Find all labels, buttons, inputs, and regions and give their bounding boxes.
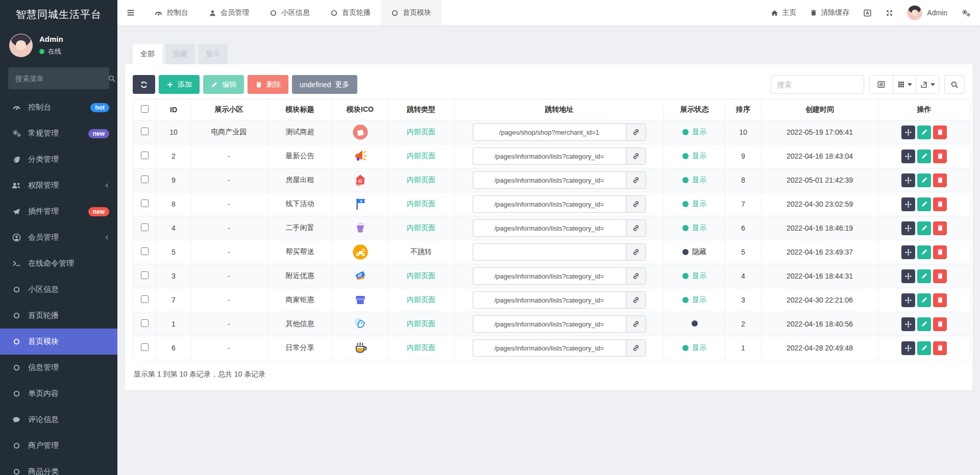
row-checkbox[interactable] (141, 223, 149, 231)
sidebar-item-13[interactable]: 商户管理 (0, 433, 117, 459)
row-delete-button[interactable] (933, 269, 947, 283)
row-delete-button[interactable] (933, 173, 947, 187)
url-input[interactable] (473, 267, 626, 285)
row-edit-button[interactable] (917, 173, 931, 187)
url-input[interactable] (473, 171, 626, 189)
link-button[interactable] (626, 267, 646, 285)
row-edit-button[interactable] (917, 341, 931, 355)
sidebar-item-2[interactable]: 分类管理 (0, 146, 117, 172)
navbar-username[interactable]: Admin (927, 9, 947, 17)
sidebar-item-0[interactable]: 控制台hot (0, 94, 117, 120)
link-button[interactable] (626, 219, 646, 237)
language-button[interactable] (863, 9, 872, 17)
row-delete-button[interactable] (933, 197, 947, 211)
row-checkbox[interactable] (141, 199, 149, 207)
sidebar-item-11[interactable]: 单页内容 (0, 381, 117, 407)
row-edit-button[interactable] (917, 126, 931, 139)
url-input[interactable] (473, 123, 626, 141)
row-checkbox[interactable] (141, 295, 149, 303)
sidebar-item-7[interactable]: 小区信息 (0, 277, 117, 303)
sidebar-search-input[interactable] (15, 74, 108, 83)
row-checkbox[interactable] (141, 128, 149, 135)
url-input[interactable] (473, 243, 626, 261)
drag-sort-button[interactable] (901, 317, 915, 331)
drag-sort-button[interactable] (901, 341, 915, 355)
row-checkbox[interactable] (141, 343, 149, 351)
menu-toggle-button[interactable] (117, 0, 144, 26)
row-edit-button[interactable] (917, 221, 931, 235)
drag-sort-button[interactable] (901, 269, 915, 283)
row-checkbox[interactable] (141, 271, 149, 279)
sidebar-item-8[interactable]: 首页轮播 (0, 303, 117, 329)
filter-tab-1[interactable]: 隐藏 (165, 44, 195, 64)
add-button[interactable]: 添加 (159, 75, 200, 94)
clear-cache-link[interactable]: 清除缓存 (810, 8, 849, 17)
drag-sort-button[interactable] (901, 126, 915, 139)
url-input[interactable] (473, 291, 626, 309)
sidebar-item-4[interactable]: 插件管理new (0, 198, 117, 224)
row-delete-button[interactable] (933, 341, 947, 355)
sidebar-item-10[interactable]: 信息管理 (0, 355, 117, 381)
drag-sort-button[interactable] (901, 245, 915, 259)
columns-button[interactable] (893, 76, 916, 93)
url-input[interactable] (473, 315, 626, 333)
table-search-input[interactable] (771, 75, 864, 94)
row-delete-button[interactable] (933, 317, 947, 331)
drag-sort-button[interactable] (901, 149, 915, 163)
drag-sort-button[interactable] (901, 221, 915, 235)
link-button[interactable] (626, 315, 646, 333)
select-all-checkbox[interactable] (141, 105, 149, 113)
url-input[interactable] (473, 195, 626, 213)
detail-view-button[interactable] (870, 76, 893, 93)
sidebar-item-6[interactable]: 在线命令管理 (0, 251, 117, 277)
delete-button[interactable]: 删除 (248, 75, 288, 94)
export-button[interactable] (916, 76, 939, 93)
sidebar-item-3[interactable]: 权限管理 (0, 172, 117, 198)
row-edit-button[interactable] (917, 317, 931, 331)
sidebar-item-1[interactable]: 常规管理new (0, 120, 117, 146)
drag-sort-button[interactable] (901, 173, 915, 187)
row-checkbox[interactable] (141, 247, 149, 255)
sidebar-item-14[interactable]: 商品分类 (0, 459, 117, 475)
row-edit-button[interactable] (917, 245, 931, 259)
settings-button[interactable] (961, 9, 971, 17)
row-delete-button[interactable] (933, 126, 947, 139)
row-checkbox[interactable] (141, 319, 149, 327)
home-link[interactable]: 主页 (771, 8, 796, 17)
row-delete-button[interactable] (933, 293, 947, 307)
link-button[interactable] (626, 123, 646, 141)
top-tab-0[interactable]: 控制台 (144, 0, 199, 26)
url-input[interactable] (473, 147, 626, 165)
link-button[interactable] (626, 147, 646, 165)
navbar-avatar[interactable] (907, 5, 922, 20)
row-delete-button[interactable] (933, 245, 947, 259)
more-button[interactable]: undefined更多 (292, 75, 357, 94)
row-checkbox[interactable] (141, 152, 149, 159)
search-toggle-button[interactable] (944, 75, 965, 94)
sidebar-item-5[interactable]: 会员管理 (0, 224, 117, 251)
sidebar-item-12[interactable]: 评论信息 (0, 407, 117, 433)
top-tab-3[interactable]: 首页轮播 (320, 0, 381, 26)
row-delete-button[interactable] (933, 221, 947, 235)
edit-button[interactable]: 编辑 (203, 75, 244, 94)
link-button[interactable] (626, 171, 646, 189)
sidebar-item-9[interactable]: 首页模块 (0, 329, 117, 355)
filter-tab-2[interactable]: 显示 (198, 44, 228, 64)
row-delete-button[interactable] (933, 149, 947, 163)
top-tab-4[interactable]: 首页模块 (381, 0, 442, 26)
filter-tab-0[interactable]: 全部 (133, 44, 162, 64)
refresh-button[interactable] (133, 75, 155, 94)
top-tab-2[interactable]: 小区信息 (259, 0, 320, 26)
row-edit-button[interactable] (917, 269, 931, 283)
link-button[interactable] (626, 195, 646, 213)
row-edit-button[interactable] (917, 149, 931, 163)
row-edit-button[interactable] (917, 293, 931, 307)
row-checkbox[interactable] (141, 176, 149, 183)
url-input[interactable] (473, 219, 626, 237)
top-tab-1[interactable]: 会员管理 (199, 0, 259, 26)
link-button[interactable] (626, 243, 646, 261)
url-input[interactable] (473, 339, 626, 357)
drag-sort-button[interactable] (901, 293, 915, 307)
link-button[interactable] (626, 339, 646, 357)
row-edit-button[interactable] (917, 197, 931, 211)
